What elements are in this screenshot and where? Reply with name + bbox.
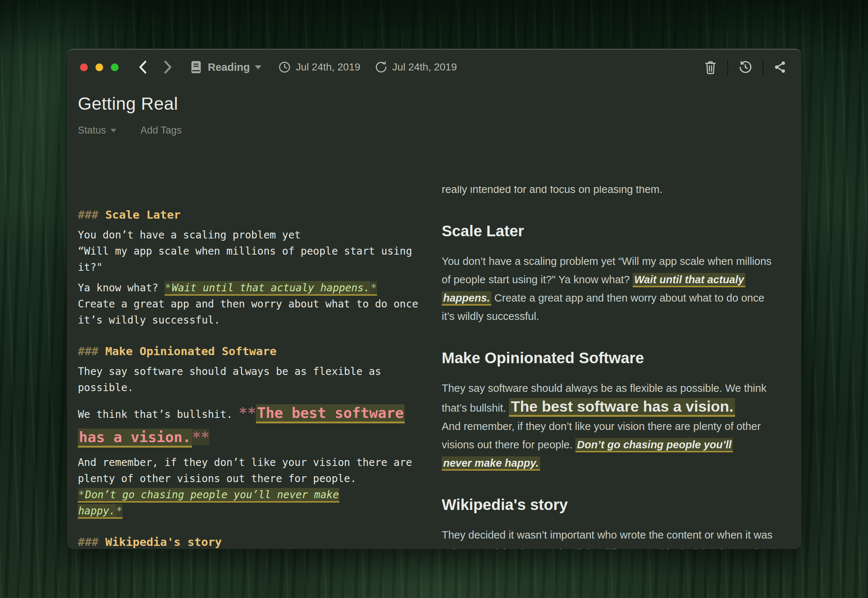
modified-date: Jul 24th, 2019 — [375, 61, 457, 73]
update-icon — [375, 61, 387, 73]
created-date-label: Jul 24th, 2019 — [295, 61, 360, 73]
text-segment-plain: Ya know what? — [78, 282, 165, 294]
paragraph-block: We think that’s bullshit. **The best sof… — [78, 402, 424, 450]
history-icon — [738, 60, 753, 74]
split-panes: ### Scale LaterYou don’t have a scaling … — [67, 186, 802, 549]
clock-icon — [278, 61, 291, 73]
paragraph-block: They say software should always be as fl… — [78, 363, 424, 396]
toolbar-actions — [704, 59, 787, 75]
share-icon — [774, 60, 787, 74]
text-segment-heading: Wikipedia's story — [105, 535, 222, 549]
modified-date-label: Jul 24th, 2019 — [392, 61, 457, 73]
text-segment-p-hl-big: The best software has a vision. — [509, 398, 735, 417]
forward-button[interactable] — [163, 60, 172, 74]
trash-button[interactable] — [704, 60, 717, 75]
text-segment-plain: We think that’s bullshit. — [78, 408, 239, 420]
text-segment-plain: They say software should always be as fl… — [78, 365, 381, 394]
text-segment-em-delim: * — [165, 281, 171, 296]
chevron-down-icon — [255, 65, 261, 69]
toolbar-divider — [763, 59, 763, 75]
status-dropdown[interactable]: Status — [78, 125, 116, 136]
text-segment-heading: Make Opinionated Software — [105, 344, 277, 358]
toolbar-divider — [727, 59, 728, 75]
back-button[interactable] — [138, 60, 148, 74]
heading-block: Wikipedia's story — [442, 495, 793, 515]
text-segment-p-heading-text: Scale Later — [442, 222, 524, 239]
chevron-down-icon — [111, 129, 116, 132]
minimize-button[interactable] — [96, 63, 103, 71]
text-segment-plain: You don’t have a scaling problem yet “Wi… — [78, 229, 412, 273]
created-date: Jul 24th, 2019 — [278, 61, 360, 73]
heading-block: ### Make Opinionated Software — [78, 343, 424, 359]
text-segment-hashes: ### — [78, 535, 105, 549]
forward-icon — [163, 60, 172, 74]
mode-label: Reading — [208, 61, 250, 73]
rendered-preview-pane[interactable]: really intended for and focus on pleasin… — [424, 186, 802, 549]
trash-icon — [704, 60, 717, 75]
close-button[interactable] — [80, 63, 88, 71]
text-segment-em-delim: * — [370, 281, 377, 296]
text-segment-bold-delim-close: ** — [192, 429, 209, 446]
paragraph-block: You don’t have a scaling problem yet “Wi… — [78, 227, 424, 275]
text-segment-em: Wait until that actualy happens. — [171, 281, 370, 296]
add-tags-label: Add Tags — [141, 125, 182, 136]
zoom-button[interactable] — [111, 63, 118, 71]
reading-mode-dropdown[interactable]: Reading — [189, 60, 261, 75]
text-segment-plain: Create a great app and then worry about … — [78, 298, 418, 326]
toolbar: Reading Jul 24th, 2019 Jul 24th, 2019 — [67, 49, 802, 79]
note-window: Reading Jul 24th, 2019 Jul 24th, 2019 — [67, 49, 802, 549]
back-icon — [138, 60, 148, 74]
history-button[interactable] — [738, 60, 753, 74]
heading-block: Scale Later — [442, 221, 793, 241]
heading-block: Make Opinionated Software — [442, 348, 793, 368]
heading-block: ### Wikipedia's story — [78, 534, 424, 549]
paragraph-block: And remember, if they don’t like your vi… — [78, 454, 424, 519]
paragraph-block: really intended for and focus on pleasin… — [442, 186, 793, 199]
text-segment-p-plain: They decided it wasn’t important who wro… — [442, 529, 775, 549]
paragraph-block: You don’t have a scaling problem yet “Wi… — [442, 252, 793, 325]
paragraph-block: They decided it wasn’t important who wro… — [442, 526, 793, 549]
paragraph-block: Ya know what? *Wait until that actualy h… — [78, 280, 424, 328]
text-segment-hashes: ### — [78, 208, 105, 221]
add-tags-button[interactable]: Add Tags — [141, 125, 182, 136]
text-segment-p-plain: really intended for and focus on pleasin… — [442, 186, 663, 195]
text-segment-em-delim: * — [78, 488, 85, 502]
paragraph-block: They say software should always be as fl… — [442, 379, 793, 472]
text-segment-p-heading-text: Make Opinionated Software — [442, 349, 644, 366]
note-meta-bar: Status Add Tags — [78, 125, 802, 136]
text-segment-em-delim: * — [115, 504, 123, 519]
status-label: Status — [78, 125, 106, 136]
text-segment-hashes: ### — [78, 344, 105, 358]
text-segment-p-heading-text: Wikipedia's story — [442, 496, 568, 513]
text-segment-heading: Scale Later — [105, 208, 181, 221]
text-segment-plain: And remember, if they don’t like your vi… — [78, 456, 412, 484]
markdown-editor-pane[interactable]: ### Scale LaterYou don’t have a scaling … — [67, 186, 424, 549]
page-title[interactable]: Getting Real — [78, 94, 802, 114]
book-icon — [189, 60, 203, 75]
heading-block: ### Scale Later — [78, 206, 424, 223]
text-segment-bold-delim-open: ** — [239, 405, 256, 421]
share-button[interactable] — [774, 60, 787, 74]
